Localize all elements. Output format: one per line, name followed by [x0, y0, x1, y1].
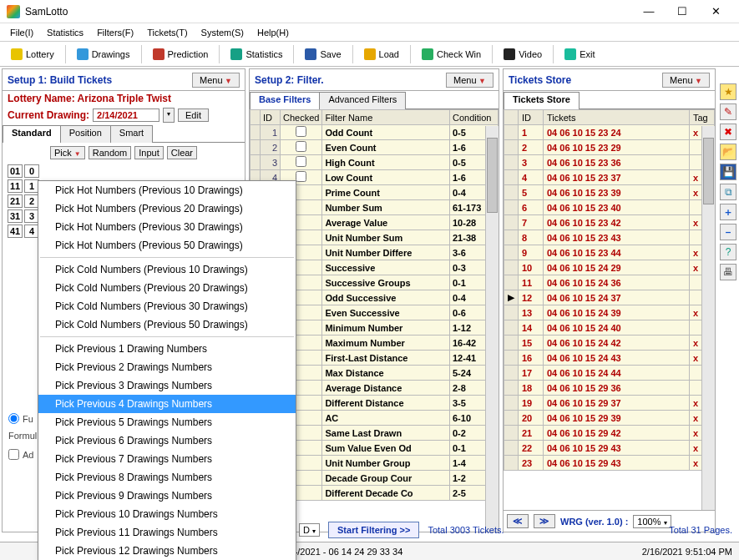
- number-cell[interactable]: 11: [8, 179, 23, 193]
- edit-button[interactable]: Edit: [178, 108, 209, 122]
- delete-icon[interactable]: ✖: [720, 124, 736, 140]
- ticket-row[interactable]: 1004 06 10 15 24 29x: [504, 260, 715, 275]
- pick-button[interactable]: Pick ▼: [50, 146, 85, 159]
- ticket-row-selector[interactable]: [504, 140, 519, 155]
- number-cell[interactable]: 41: [8, 225, 23, 238]
- menu-statistics[interactable]: Statistics: [40, 26, 90, 39]
- ticket-row-selector[interactable]: [504, 441, 519, 456]
- ticket-row[interactable]: 604 06 10 15 23 40: [504, 200, 715, 215]
- dropdown-item[interactable]: Pick Previous 3 Drawings Numbers: [38, 376, 296, 395]
- ticket-row[interactable]: 504 06 10 15 23 39x: [504, 185, 715, 200]
- ticket-row[interactable]: 904 06 10 15 23 44x: [504, 245, 715, 260]
- tickets-table[interactable]: IDTicketsTag104 06 10 15 23 24x204 06 10…: [504, 109, 715, 510]
- dropdown-item[interactable]: Pick Hot Numbers (Previous 10 Drawings): [38, 181, 296, 199]
- ticket-row-selector[interactable]: [504, 245, 519, 260]
- random-button[interactable]: Random: [89, 146, 132, 159]
- dropdown-item[interactable]: Pick Previous 12 Drawings Numbers: [38, 542, 296, 560]
- filter-header[interactable]: ID: [261, 110, 281, 125]
- ticket-row-selector[interactable]: [504, 155, 519, 170]
- dropdown-item[interactable]: Pick Previous 9 Drawings Numbers: [38, 487, 296, 505]
- filter-header[interactable]: [251, 110, 261, 125]
- dropdown-item[interactable]: Pick Hot Numbers (Previous 20 Drawings): [38, 199, 296, 218]
- ticket-row-selector[interactable]: [504, 260, 519, 275]
- dropdown-item[interactable]: Pick Hot Numbers (Previous 30 Drawings): [38, 218, 296, 236]
- ticket-row-selector[interactable]: [504, 366, 519, 381]
- dropdown-item[interactable]: Pick Previous 7 Drawings Numbers: [38, 450, 296, 468]
- ticket-row[interactable]: 2104 06 10 15 29 42x: [504, 426, 715, 441]
- ticket-row[interactable]: 204 06 10 15 23 29: [504, 140, 715, 155]
- ticket-row-selector[interactable]: [504, 456, 519, 471]
- ticket-row-selector[interactable]: [504, 125, 519, 140]
- ticket-row[interactable]: 2004 06 10 15 29 39x: [504, 411, 715, 426]
- ticket-row[interactable]: 304 06 10 15 23 36: [504, 155, 715, 170]
- ticket-row[interactable]: 1404 06 10 15 24 40: [504, 320, 715, 335]
- dropdown-item[interactable]: Pick Previous 5 Drawings Numbers: [38, 413, 296, 431]
- menu-filtersf[interactable]: Filters(F): [90, 26, 140, 39]
- number-cell[interactable]: 21: [8, 194, 23, 208]
- date-dropdown-icon[interactable]: ▾: [163, 108, 175, 123]
- filter-checked-cell[interactable]: [281, 155, 322, 170]
- ticket-row[interactable]: 2204 06 10 15 29 43x: [504, 441, 715, 456]
- ticket-row[interactable]: 1504 06 10 15 24 42x: [504, 335, 715, 351]
- print-icon[interactable]: 🖶: [720, 264, 736, 280]
- ticket-row[interactable]: 804 06 10 15 23 43: [504, 230, 715, 245]
- open-icon[interactable]: 📂: [720, 144, 736, 160]
- tab-advanced-filters[interactable]: Advanced Filters: [319, 92, 406, 109]
- dropdown-item[interactable]: Pick Cold Numbers (Previous 10 Drawings): [38, 260, 296, 279]
- filter-row[interactable]: 2Even Count1-6: [251, 140, 499, 155]
- minimize-button[interactable]: —: [632, 2, 666, 22]
- dropdown-item[interactable]: Pick Previous 11 Drawings Numbers: [38, 523, 296, 542]
- ticket-row-selector[interactable]: [504, 305, 519, 320]
- toolbar-save[interactable]: Save: [299, 46, 347, 63]
- tickets-menu-button[interactable]: Menu: [662, 73, 710, 88]
- toolbar-prediction[interactable]: Prediction: [147, 46, 215, 63]
- save-icon[interactable]: 💾: [720, 164, 736, 180]
- fu-radio[interactable]: [8, 413, 19, 424]
- dropdown-item[interactable]: Pick Previous 8 Drawings Numbers: [38, 468, 296, 487]
- row-selector[interactable]: [251, 125, 261, 140]
- ticket-row[interactable]: 704 06 10 15 23 42x: [504, 215, 715, 230]
- row-selector[interactable]: [251, 155, 261, 170]
- row-selector[interactable]: [251, 140, 261, 155]
- ticket-row-selector[interactable]: [504, 320, 519, 335]
- add-icon[interactable]: ＋: [720, 204, 736, 220]
- dropdown-item[interactable]: Pick Hot Numbers (Previous 50 Drawings): [38, 236, 296, 255]
- dropdown-item[interactable]: Pick Previous 6 Drawings Numbers: [38, 431, 296, 450]
- tickets-header[interactable]: ID: [519, 110, 544, 125]
- menu-systems[interactable]: System(S): [195, 26, 251, 39]
- ticket-row[interactable]: 1804 06 10 15 29 36: [504, 381, 715, 396]
- tickets-header[interactable]: Tag: [690, 110, 715, 125]
- setup2-menu-button[interactable]: Menu: [446, 73, 494, 88]
- clear-button[interactable]: Clear: [167, 146, 197, 159]
- ticket-row[interactable]: 1704 06 10 15 24 44: [504, 366, 715, 381]
- maximize-button[interactable]: ☐: [666, 2, 699, 22]
- setup1-menu-button[interactable]: Menu: [192, 73, 240, 88]
- remove-icon[interactable]: －: [720, 224, 736, 240]
- filter-checkbox[interactable]: [296, 126, 306, 137]
- toolbar-exit[interactable]: Exit: [559, 46, 600, 63]
- tickets-header[interactable]: Tickets: [544, 110, 690, 125]
- menu-helph[interactable]: Help(H): [251, 26, 296, 39]
- number-cell[interactable]: 31: [8, 209, 23, 223]
- copy-icon[interactable]: ⧉: [720, 184, 736, 200]
- ticket-row-selector[interactable]: [504, 215, 519, 230]
- menu-ticketst[interactable]: Tickets(T): [140, 26, 194, 39]
- filter-header[interactable]: Condition: [450, 110, 499, 125]
- filter-checked-cell[interactable]: [281, 125, 322, 140]
- filter-scrollbar[interactable]: [485, 126, 499, 532]
- filter-checkbox[interactable]: [296, 141, 306, 152]
- start-filtering-button[interactable]: Start Filtering >>: [328, 522, 419, 538]
- toolbar-check-win[interactable]: Check Win: [416, 46, 487, 63]
- ticket-row[interactable]: 2304 06 10 15 29 43x: [504, 456, 715, 471]
- ticket-row-selector[interactable]: [504, 351, 519, 366]
- tickets-scrollbar[interactable]: [701, 126, 715, 510]
- dropdown-item[interactable]: Pick Cold Numbers (Previous 20 Drawings): [38, 279, 296, 297]
- ticket-row-selector[interactable]: ▶: [504, 290, 519, 305]
- ticket-row-selector[interactable]: [504, 200, 519, 215]
- close-button[interactable]: ✕: [699, 2, 732, 22]
- filter-checked-cell[interactable]: [281, 140, 322, 155]
- ticket-row[interactable]: 1604 06 10 15 24 43x: [504, 351, 715, 366]
- ticket-row-selector[interactable]: [504, 411, 519, 426]
- number-cell[interactable]: 01: [8, 164, 23, 178]
- tab-tickets-store[interactable]: Tickets Store: [504, 92, 580, 109]
